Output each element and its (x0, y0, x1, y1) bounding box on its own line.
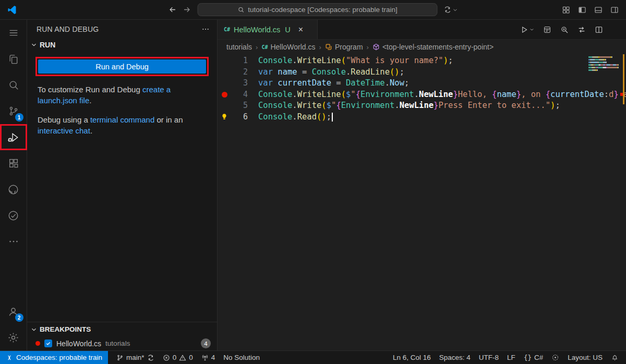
breakpoint-file: HelloWorld.cs (56, 339, 101, 348)
radio-tower-icon (201, 354, 209, 361)
close-tab-icon[interactable]: × (298, 25, 303, 34)
toggle-sidebar-icon[interactable] (578, 6, 586, 14)
accounts-badge: 2 (15, 313, 23, 322)
code-line[interactable]: Console.WriteLine("What is your name?"); (258, 55, 626, 67)
code-line[interactable]: Console.Read(); (258, 112, 626, 123)
compare-icon[interactable] (577, 26, 586, 34)
sync-icon (147, 354, 154, 361)
code-editor[interactable]: 123456 Console.WriteLine("What is your n… (218, 54, 626, 350)
gutter-row[interactable]: 5 (218, 100, 258, 112)
split-editor-icon[interactable] (595, 26, 603, 34)
run-and-debug-icon[interactable] (0, 124, 27, 150)
link[interactable]: terminal command (90, 115, 154, 124)
more-views-icon[interactable] (0, 228, 27, 254)
notifications-bell-icon[interactable] (607, 354, 623, 361)
minimap[interactable] (588, 56, 619, 72)
code-line[interactable]: var name = Console.ReadLine(); (258, 67, 626, 78)
workbench: 1 2 RUN AND DEBUG (0, 20, 626, 350)
breakpoint-list-item[interactable]: HelloWorld.cs tutorials 4 (27, 336, 217, 350)
remote-icon (6, 354, 13, 361)
breadcrumb-symbol[interactable]: <top-level-statements-entry-point> (372, 43, 493, 51)
symbol-method-icon (372, 43, 380, 51)
breadcrumb-separator: › (319, 43, 321, 51)
breadcrumb-folder[interactable]: tutorials (226, 43, 252, 51)
code-line[interactable]: Console.WriteLine($"{Environment.NewLine… (258, 89, 626, 101)
indentation-indicator[interactable]: Spaces: 4 (435, 354, 475, 361)
customize-hint-text: To customize Run and Debug create a laun… (38, 84, 207, 106)
overview-breakpoint-marker (620, 93, 623, 96)
search-view-icon[interactable] (0, 72, 27, 98)
copilot-status-icon[interactable] (547, 354, 563, 361)
gutter-row[interactable]: 4 (218, 89, 258, 101)
editor-actions (520, 20, 626, 39)
editor-group: C# HelloWorld.cs U × (218, 20, 626, 350)
views-more-actions-icon[interactable] (201, 25, 210, 33)
testing-icon[interactable] (0, 202, 27, 228)
minimap-content (588, 56, 619, 71)
extensions-icon[interactable] (0, 150, 27, 176)
overview-modified-marker (623, 54, 624, 104)
accounts-icon[interactable]: 2 (0, 298, 27, 324)
keyboard-layout-indicator[interactable]: Layout: US (563, 354, 607, 361)
source-control-icon[interactable]: 1 (0, 98, 27, 124)
customize-layout-icon[interactable] (562, 6, 570, 14)
remote-indicator[interactable]: Codespaces: probable train (0, 351, 108, 364)
breadcrumb-separator: › (367, 43, 369, 51)
language-mode[interactable]: {} C# (520, 354, 547, 361)
breadcrumb-class[interactable]: Program (325, 43, 363, 51)
solution-indicator[interactable]: No Solution (219, 351, 264, 364)
breakpoint-count-badge: 4 (201, 338, 211, 348)
error-icon (163, 354, 170, 361)
github-icon[interactable] (0, 176, 27, 202)
gutter-row[interactable]: 6 (218, 112, 258, 123)
tab-helloworld[interactable]: C# HelloWorld.cs U × (218, 20, 318, 39)
codespace-actions-icon[interactable] (444, 6, 458, 14)
back-button[interactable] (168, 5, 177, 14)
line-number: 2 (231, 67, 258, 78)
forward-button[interactable] (183, 5, 191, 14)
problems-indicator[interactable]: 0 0 (159, 351, 197, 364)
branch-indicator[interactable]: main* (112, 351, 159, 364)
run-and-debug-button[interactable]: Run and Debug (38, 59, 206, 74)
breakpoint-glyph[interactable] (222, 92, 227, 98)
code-lines[interactable]: Console.WriteLine("What is your name?");… (258, 55, 626, 350)
overview-ruler[interactable] (619, 54, 626, 350)
ports-indicator[interactable]: 4 (197, 351, 220, 364)
link[interactable]: interactive chat (38, 126, 90, 135)
search-editor-icon[interactable] (560, 26, 569, 34)
gutter-row[interactable]: 1 (218, 55, 258, 67)
command-center-label: tutorial-codespace [Codespaces: probable… (248, 6, 398, 14)
toggle-panel-icon[interactable] (594, 6, 603, 14)
breakpoint-folder: tutorials (105, 339, 130, 347)
warning-icon (179, 354, 186, 361)
toggle-secondary-sidebar-icon[interactable] (610, 6, 619, 14)
breadcrumb-file[interactable]: C# HelloWorld.cs (261, 43, 315, 51)
run-or-debug-button[interactable] (520, 26, 534, 34)
run-and-debug-sidebar: RUN AND DEBUG RUN Run and Debug To custo… (27, 20, 218, 350)
breakpoints-section: BREAKPOINTS HelloWorld.cs tutorials 4 (27, 322, 217, 350)
gutter-row[interactable]: 2 (218, 67, 258, 78)
breadcrumb-separator: › (256, 43, 258, 51)
open-changes-icon[interactable] (543, 26, 551, 34)
run-button-annotation: Run and Debug (35, 57, 209, 76)
explorer-icon[interactable] (0, 46, 27, 72)
code-line[interactable]: var currentDate = DateTime.Now; (258, 78, 626, 89)
menu-icon[interactable] (0, 20, 27, 46)
run-section-header[interactable]: RUN (27, 38, 217, 52)
csharp-file-icon: C# (261, 44, 268, 50)
command-center-search[interactable]: tutorial-codespace [Codespaces: probable… (198, 3, 438, 16)
cursor-position[interactable]: Ln 6, Col 16 (389, 354, 435, 361)
status-bar: Codespaces: probable train main* 0 0 4 N… (0, 350, 626, 364)
line-number: 6 (231, 112, 258, 123)
gutter[interactable]: 123456 (218, 55, 258, 350)
settings-gear-icon[interactable] (0, 324, 27, 350)
search-icon (237, 6, 244, 13)
code-line[interactable]: Console.Write($"{Environment.NewLine}Pre… (258, 100, 626, 112)
breakpoints-section-header[interactable]: BREAKPOINTS (27, 322, 217, 336)
eol-indicator[interactable]: LF (503, 354, 520, 361)
activity-bar: 1 2 (0, 20, 27, 350)
breakpoint-checkbox[interactable] (44, 339, 52, 347)
encoding-indicator[interactable]: UTF-8 (475, 354, 503, 361)
chevron-down-icon (30, 41, 38, 48)
gutter-row[interactable]: 3 (218, 78, 258, 89)
